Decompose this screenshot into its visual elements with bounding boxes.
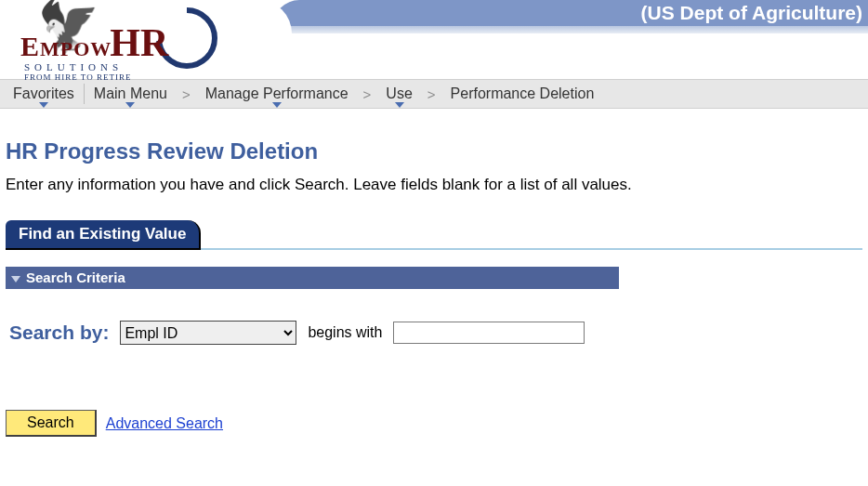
breadcrumb-use[interactable]: Use [376, 85, 421, 102]
search-criteria-header[interactable]: Search Criteria [6, 267, 619, 289]
search-row: Search by: Empl ID begins with [6, 321, 862, 345]
logo-word-hr: HR [110, 21, 168, 64]
org-banner: (US Dept of Agriculture) [273, 0, 868, 26]
collapse-triangle-icon [11, 276, 20, 282]
page-header: (US Dept of Agriculture) 🦅 EMPOWHR SOLUT… [0, 0, 868, 79]
banner-strip [273, 26, 868, 33]
breadcrumb-favorites[interactable]: Favorites [4, 85, 84, 102]
chevron-right-icon: > [177, 86, 196, 102]
chevron-right-icon: > [358, 86, 377, 102]
page-instructions: Enter any information you have and click… [6, 176, 862, 194]
logo: 🦅 EMPOWHR SOLUTIONS FROM HIRE TO RETIRE [17, 2, 166, 63]
search-operator-label: begins with [308, 324, 382, 341]
page-title: HR Progress Review Deletion [6, 138, 862, 164]
logo-text: EMPOWHR SOLUTIONS FROM HIRE TO RETIRE [20, 20, 170, 82]
search-by-label: Search by: [9, 322, 109, 344]
logo-word-empow: EMPOW [20, 31, 112, 61]
action-row: Search Advanced Search [6, 410, 862, 437]
search-criteria-title: Search Criteria [26, 269, 125, 285]
advanced-search-link[interactable]: Advanced Search [106, 415, 223, 432]
breadcrumb: Favorites Main Menu > Manage Performance… [0, 79, 868, 109]
tab-find-existing[interactable]: Find an Existing Value [6, 220, 201, 250]
search-value-input[interactable] [393, 322, 585, 344]
logo-tagline: FROM HIRE TO RETIRE [24, 72, 170, 82]
search-button[interactable]: Search [6, 410, 97, 437]
page-content: HR Progress Review Deletion Enter any in… [0, 109, 868, 437]
breadcrumb-current: Performance Deletion [441, 85, 604, 102]
chevron-right-icon: > [422, 86, 441, 102]
search-field-select[interactable]: Empl ID [120, 321, 296, 345]
breadcrumb-main-menu[interactable]: Main Menu [85, 85, 177, 102]
tab-bar: Find an Existing Value [6, 220, 862, 250]
breadcrumb-manage-performance[interactable]: Manage Performance [196, 85, 358, 102]
